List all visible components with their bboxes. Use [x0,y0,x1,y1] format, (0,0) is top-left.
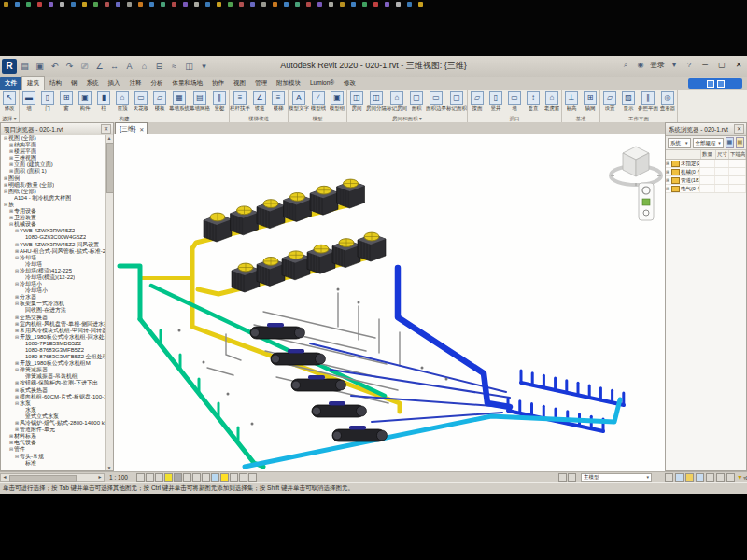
tag-room-button[interactable]: ⌂标记房间 [387,91,407,112]
taskbar-app-icon[interactable] [116,2,120,7]
taskbar-app-icon[interactable] [149,2,154,7]
discipline-dropdown[interactable]: 全部规程▾ [693,138,724,148]
tree-item[interactable]: ⊞AHU-组合式-回风管板-贴式-标准-2000-5900 [1,248,106,255]
tree-item[interactable]: 1080-7F1E53MDB5Z2 [1,341,106,347]
search-icon[interactable]: ⌕ [620,60,631,71]
crop-region-icon[interactable] [192,473,201,482]
opening-by-face-button[interactable]: ▱按面 [468,91,486,112]
taskbar-app-icon[interactable] [228,2,233,7]
taskbar-app-icon[interactable] [37,2,42,7]
close-icon[interactable]: ✕ [139,126,144,133]
ceiling-button[interactable]: ▭天花板 [132,91,150,112]
tree-item[interactable]: 冷却塔(横流)(12-22) [1,274,106,281]
taskbar-app-icon[interactable] [396,2,401,7]
scroll-right-icon[interactable]: ► [96,474,104,481]
tree-item[interactable]: A104 - 制冷机房大样图 [1,195,106,202]
tree-item[interactable]: 冷却塔 [1,261,106,268]
tab-结构[interactable]: 结构 [45,77,66,90]
panel-label[interactable]: 房间和面积 ▾ [347,116,467,122]
tree-item[interactable]: 1080-87683G3MFB5Z2 全组处理 [1,354,106,360]
tree-item[interactable]: 1080-87683G3MFB5Z2 [1,347,106,354]
scale-button[interactable]: 1 : 100 [109,474,128,481]
equipment-unit[interactable] [358,232,386,261]
taskbar-app-icon[interactable] [71,2,76,7]
reveal-hidden-elements-icon[interactable] [220,473,229,482]
equipment-unit[interactable] [284,193,312,222]
show-workplane-button[interactable]: ▨显示 [619,91,638,112]
panel-label[interactable]: 洞口 [468,116,561,122]
set-workplane-button[interactable]: ▱设置 [600,91,619,112]
ref-plane-button[interactable]: ∥参照平面 [638,91,658,112]
tree-item[interactable]: ⊞三维视图 [1,155,106,161]
scroll-left-icon[interactable]: ◄ [1,474,8,481]
view-tab-3d[interactable]: {三维} ✕ [115,122,148,134]
tree-item[interactable]: 竖式立式水泵 [1,413,106,420]
system-browser-rows[interactable]: ⊞未指定(28 项)⊞机械(0 个系统)⊞管道(181 个系统)⊞电气(0 个系… [666,160,746,193]
equipment-unit[interactable] [310,186,338,215]
system-browser-columns[interactable]: 数量尺寸下端高程 [666,150,746,160]
column-header[interactable]: 尺寸 [716,150,729,159]
tree-item[interactable]: ⊞常用风冷模块式机组-甲回转-回转器-追回板 [1,328,106,334]
tab-文件[interactable]: 文件 [0,77,21,90]
resize-grip[interactable]: ▾ [743,474,746,481]
tab-协作[interactable]: 协作 [207,77,229,90]
project-browser-tree[interactable]: ⊟视图 (全部)⊞结构平面⊞楼层平面⊞三维视图⊞立面 (建筑立面)⊞面积 (面积… [1,135,106,470]
navigation-bar[interactable] [639,183,654,220]
select-by-face-icon[interactable] [716,473,725,482]
taskbar-app-icon[interactable] [127,2,132,7]
tree-item[interactable]: 1080-GZ63C00W4G5Z2 [1,234,106,241]
model-group-button[interactable]: ▣模型组 [328,91,346,112]
temporary-view-properties-icon[interactable] [230,473,238,482]
system-browser-row[interactable]: ⊞电气(0 个系统) [666,185,746,193]
close-icon[interactable]: ✕ [734,124,744,134]
tree-item[interactable]: ⊞卫浴装置 [1,215,106,221]
taskbar-app-icon[interactable] [374,2,378,7]
shaft-button[interactable]: ▯竖井 [486,91,505,112]
taskbar-app-icon[interactable] [385,2,389,7]
taskbar-app-icon[interactable] [172,2,176,7]
tree-item[interactable]: 标准 [1,460,106,467]
equipment-unit[interactable] [204,213,232,242]
tree-item[interactable]: ⊞明细表/数量 (全部) [1,182,106,189]
scrollbar-thumb[interactable] [9,475,77,482]
room-button[interactable]: ◫房间 [347,91,366,112]
equipment-unit[interactable] [231,206,259,235]
view-dropdown[interactable]: 系统▾ [668,138,691,148]
autofit-columns-icon[interactable]: ▦ [726,137,734,148]
restore-button[interactable]: ▢ [715,59,728,71]
level-button[interactable]: ⊥标高 [562,91,581,112]
taskbar-app-icon[interactable] [329,2,333,7]
taskbar-app-icon[interactable] [26,2,31,7]
filter-funnel-icon[interactable]: ▼ [737,473,743,482]
panel-label[interactable]: 模型 [289,116,346,122]
drawing-area[interactable] [114,134,665,471]
system-browser-row[interactable]: ⊞管道(181 个系统) [666,176,746,185]
cart-icon[interactable]: ▾ [669,60,680,71]
area-boundary-button[interactable]: ▭面积边界 [426,91,446,112]
column-settings-icon[interactable]: ▤ [736,137,744,148]
door-button[interactable]: ▯门 [38,91,57,112]
vertical-opening-button[interactable]: ↕垂直 [524,91,543,112]
taskbar-app-icon[interactable] [250,2,255,7]
taskbar-app-icon[interactable] [82,2,87,7]
tree-item[interactable]: ⊞图例 [1,175,106,182]
taskbar-app-icon[interactable] [295,2,300,7]
user-icon[interactable]: ◉ [635,60,646,71]
project-browser-header[interactable]: 项目浏览器 - 020-1.rvt ✕ [1,123,113,136]
equipment-unit[interactable] [271,349,326,365]
taskbar-app-icon[interactable] [217,2,221,7]
tag-area-button[interactable]: ▢标记面积 [446,91,467,112]
taskbar-app-icon[interactable] [183,2,188,7]
column-header[interactable]: 数量 [701,150,716,159]
floor-button[interactable]: ▱楼板 [150,91,169,112]
tab-Lumion®[interactable]: Lumion® [305,77,339,90]
taskbar-app-icon[interactable] [306,2,311,7]
taskbar-app-icon[interactable] [194,2,199,7]
tree-item[interactable]: ⊞分水器 [1,294,106,301]
taskbar-app-icon[interactable] [284,2,289,7]
tab-管理[interactable]: 管理 [250,77,272,90]
curtain-grid-button[interactable]: ▤幕墙网格 [190,91,210,112]
taskbar-app-icon[interactable] [418,2,423,7]
analytical-model-icon[interactable] [239,473,247,482]
tree-item[interactable]: ⊞管道附件-单元 [1,427,106,433]
